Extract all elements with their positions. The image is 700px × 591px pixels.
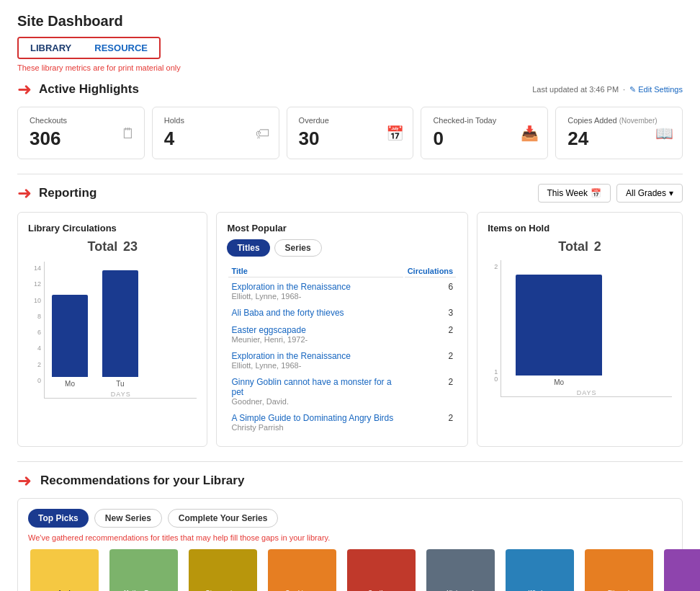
bar-mo <box>52 295 88 377</box>
book-item-4[interactable]: Southern Living... Southern Living Big B… <box>345 549 417 591</box>
series-tab[interactable]: Series <box>274 239 322 257</box>
holds-total-value: 2 <box>594 239 601 254</box>
dot-separator: · <box>623 85 625 94</box>
copies-sublabel: (November) <box>619 117 658 125</box>
book-item-3[interactable]: Cambiemos el mundo... Cambiemos el mundo… <box>266 549 338 591</box>
book-author-3: Elliott, Lynne, 1968- <box>231 361 400 370</box>
bar-tu-label: Tu <box>102 380 138 388</box>
metric-overdue: Overdue 30 📅 <box>287 107 414 159</box>
book-circ-2: 2 <box>405 322 457 347</box>
lib-circ-total-value: 23 <box>123 239 138 254</box>
titles-tab[interactable]: Titles <box>227 239 269 257</box>
book-cover-0: Am I a unicorn? <box>30 549 99 591</box>
holds-y-2: 2 <box>488 263 498 270</box>
book-item-0[interactable]: Am I a unicorn? Am I a unicorn? <box>28 549 100 591</box>
book-cover-8: Tether... <box>664 549 701 591</box>
filter-row: This Week 📅 All Grades ▾ <box>538 184 683 203</box>
page-title: Site Dashboard <box>17 13 683 30</box>
book-title-5[interactable]: A Simple Guide to Dominating Angry Birds <box>231 413 400 423</box>
book-item-2[interactable]: Discovering our past... Discovering our … <box>187 549 259 591</box>
holds-icon: 🏷 <box>256 125 270 141</box>
recommendations-panel: Top Picks New Series Complete Your Serie… <box>17 498 683 591</box>
popular-table: Title Circulations Exploration in the Re… <box>227 264 457 436</box>
y-label-14: 14 <box>28 265 41 272</box>
reporting-arrow-icon: ➜ <box>17 183 32 203</box>
holds-chart: 2 1 0 Mo DAYS <box>488 260 672 397</box>
metric-checkouts-label: Checkouts <box>30 116 133 125</box>
rec-arrow-icon: ➜ <box>17 471 32 491</box>
books-row: Am I a unicorn? Am I a unicorn? Mother T… <box>28 549 672 591</box>
book-cover-1: Mother Teresa of Kolkata... <box>109 549 178 591</box>
tab-resource[interactable]: RESOURCE <box>83 38 159 58</box>
holds-y-1: 1 <box>488 368 498 376</box>
book-cover-4: Southern Living... <box>347 549 416 591</box>
main-tab-bar: LIBRARY RESOURCE <box>17 37 161 59</box>
lib-circ-chart: 14 12 10 8 6 4 2 0 <box>28 262 197 399</box>
book-item-5[interactable]: History of Western... History of Western… <box>424 549 496 591</box>
active-highlights-title: Active Highlights <box>39 82 139 97</box>
book-title-0[interactable]: Exploration in the Renaissance <box>231 282 400 292</box>
charts-row: Library Circulations Total 23 14 12 10 8… <box>17 212 683 447</box>
x-axis-label-circ: DAYS <box>45 391 197 398</box>
holds-total-label: Total <box>558 239 588 254</box>
lib-circ-total: Total 23 <box>28 239 197 254</box>
popular-book-row: Easter eggscapade Meunier, Henri, 1972- … <box>228 322 456 347</box>
lib-circ-total-label: Total <box>87 239 117 254</box>
last-updated-info: Last updated at 3:46 PM · ✎ Edit Setting… <box>532 85 683 94</box>
books-scroll-container: Am I a unicorn? Am I a unicorn? Mother T… <box>28 549 672 591</box>
top-picks-tab[interactable]: Top Picks <box>28 509 89 528</box>
rec-title-row: ➜ Recommendations for your Library <box>17 471 683 491</box>
this-week-filter[interactable]: This Week 📅 <box>538 184 611 203</box>
metrics-row: Checkouts 306 🗒 Holds 4 🏷 Overdue 30 📅 C… <box>17 107 683 159</box>
popular-book-row: Ginny Goblin cannot have a monster for a… <box>228 374 456 409</box>
book-title-cell-1: Ali Baba and the forty thieves <box>228 305 403 321</box>
chevron-down-icon: ▾ <box>669 188 673 198</box>
book-item-8[interactable]: Tether... Tether... <box>662 549 700 591</box>
holds-y-0: 0 <box>488 376 498 383</box>
metric-checkouts: Checkouts 306 🗒 <box>17 107 145 159</box>
book-item-6[interactable]: Who's a Goose? Who's a Goose? <box>503 549 575 591</box>
all-grades-filter[interactable]: All Grades ▾ <box>616 184 683 203</box>
metric-overdue-label: Overdue <box>299 116 402 125</box>
holds-bar-mo-rect <box>516 275 602 376</box>
y-label-2: 2 <box>28 361 41 368</box>
new-series-tab[interactable]: New Series <box>94 509 162 528</box>
bar-mo-label: Mo <box>52 380 88 388</box>
book-circ-3: 2 <box>405 348 457 373</box>
y-label-8: 8 <box>28 313 41 320</box>
library-circulations-card: Library Circulations Total 23 14 12 10 8… <box>17 212 207 447</box>
edit-settings-link[interactable]: ✎ Edit Settings <box>629 85 683 94</box>
items-on-hold-title: Items on Hold <box>488 223 672 234</box>
book-item-7[interactable]: Fitz and Cleo... Fitz and Cleo. 2,Fitz a… <box>583 549 655 591</box>
book-title-3[interactable]: Exploration in the Renaissance <box>231 351 400 361</box>
bar-tu-rect <box>102 270 138 377</box>
active-highlights-header: ➜ Active Highlights Last updated at 3:46… <box>17 79 683 99</box>
tab-library[interactable]: LIBRARY <box>19 38 83 58</box>
book-title-cell-3: Exploration in the Renaissance Elliott, … <box>228 348 403 373</box>
book-item-1[interactable]: Mother Teresa of Kolkata... Mother Teres… <box>107 549 179 591</box>
section-divider <box>17 174 683 174</box>
book-title-cell-5: A Simple Guide to Dominating Angry Birds… <box>228 410 403 435</box>
book-author-5: Christy Parrish <box>231 423 400 432</box>
book-title-2[interactable]: Easter eggscapade <box>231 325 400 335</box>
metric-holds-value: 4 <box>164 128 267 150</box>
metrics-note: These library metrics are for print mate… <box>17 63 683 72</box>
book-author-4: Goodner, David. <box>231 397 400 406</box>
y-label-6: 6 <box>28 329 41 336</box>
y-label-4: 4 <box>28 345 41 352</box>
arrow-icon: ➜ <box>17 79 32 99</box>
book-title-cell-2: Easter eggscapade Meunier, Henri, 1972- <box>228 322 403 347</box>
holds-bar-mo-label: Mo <box>516 378 602 386</box>
book-author-2: Meunier, Henri, 1972- <box>231 335 400 344</box>
recommendations-section: ➜ Recommendations for your Library Top P… <box>17 471 683 591</box>
items-on-hold-card: Items on Hold Total 2 2 1 0 <box>477 212 683 447</box>
book-title-1[interactable]: Ali Baba and the forty thieves <box>231 308 400 318</box>
book-title-4[interactable]: Ginny Goblin cannot have a monster for a… <box>231 377 400 397</box>
metric-holds: Holds 4 🏷 <box>152 107 279 159</box>
copies-icon: 📖 <box>655 125 673 142</box>
complete-series-tab[interactable]: Complete Your Series <box>168 509 279 528</box>
col-circs-header: Circulations <box>405 265 457 277</box>
book-cover-2: Discovering our past... <box>189 549 257 591</box>
book-author-0: Elliott, Lynne, 1968- <box>231 292 400 301</box>
y-label-10: 10 <box>28 297 41 304</box>
